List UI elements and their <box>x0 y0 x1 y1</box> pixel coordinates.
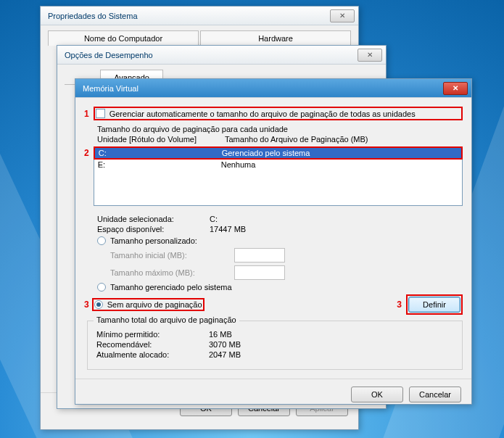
drive-value: Gerenciado pelo sistema <box>222 149 458 157</box>
no-paging-label: Sem arquivo de paginação <box>107 300 202 309</box>
highlight-auto-manage: Gerenciar automaticamente o tamanho do a… <box>94 107 463 120</box>
title-text: Propriedades do Sistema <box>48 12 138 20</box>
annotation-3-left: 3 <box>84 299 89 310</box>
no-paging-radio[interactable] <box>94 300 103 309</box>
title-text: Memória Virtual <box>83 84 139 93</box>
auto-manage-label: Gerenciar automaticamente o tamanho do a… <box>110 110 416 118</box>
annotation-1: 1 <box>84 109 89 119</box>
drive-row-c[interactable]: C: Gerenciado pelo sistema <box>95 148 461 158</box>
drive-listbox[interactable]: E: Nenhuma <box>94 160 463 206</box>
system-managed-label: Tamanho gerenciado pelo sistema <box>110 283 232 292</box>
total-paging-group: Tamanho total do arquivo de paginação Mí… <box>87 321 463 370</box>
close-icon[interactable]: ✕ <box>443 82 468 95</box>
drive-volume: E: <box>98 160 221 169</box>
free-space-label: Espaço disponível: <box>97 225 210 234</box>
recommended-value: 3070 MB <box>209 340 241 349</box>
virtual-memory-footer: OK Cancelar <box>75 379 471 410</box>
annotation-3-right: 3 <box>397 299 402 310</box>
drive-row-e[interactable]: E: Nenhuma <box>94 160 462 170</box>
cancel-button[interactable]: Cancelar <box>409 387 461 402</box>
tab-hardware[interactable]: Hardware <box>200 30 351 46</box>
highlight-set-button: Definir <box>406 294 463 315</box>
annotation-2: 2 <box>84 148 89 158</box>
highlight-no-paging: Sem arquivo de paginação <box>92 298 205 311</box>
title-text: Opções de Desempenho <box>65 51 153 59</box>
initial-size-input[interactable] <box>234 248 285 263</box>
column-header-drive: Unidade [Rótulo do Volume] <box>97 135 220 144</box>
currently-allocated-value: 2047 MB <box>209 350 241 359</box>
recommended-label: Recomendável: <box>96 340 209 349</box>
set-button[interactable]: Definir <box>408 297 460 313</box>
titlebar-virtual-memory[interactable]: Memória Virtual ✕ <box>75 79 471 98</box>
system-properties-tabs: Nome do Computador Hardware <box>48 30 351 46</box>
system-managed-radio[interactable] <box>97 283 106 292</box>
free-space-value: 17447 MB <box>210 225 246 234</box>
titlebar-system-properties[interactable]: Propriedades do Sistema ✕ <box>41 7 358 25</box>
min-allowed-value: 16 MB <box>209 330 232 339</box>
titlebar-performance-options[interactable]: Opções de Desempenho ✕ <box>57 46 386 65</box>
drive-value: Nenhuma <box>221 160 458 169</box>
close-icon[interactable]: ✕ <box>330 9 355 22</box>
drive-volume: C: <box>99 149 222 157</box>
ok-button[interactable]: OK <box>351 387 403 402</box>
column-header-size: Tamanho do Arquivo de Paginação (MB) <box>225 135 463 144</box>
max-size-label: Tamanho máximo (MB): <box>110 268 230 277</box>
custom-size-radio[interactable] <box>97 236 106 245</box>
virtual-memory-window: Memória Virtual ✕ 1 Gerenciar automatica… <box>75 78 472 405</box>
tab-computer-name[interactable]: Nome do Computador <box>48 30 199 46</box>
drive-list-caption: Tamanho do arquivo de paginação para cad… <box>97 125 463 133</box>
close-icon[interactable]: ✕ <box>358 49 382 62</box>
selected-drive-value: C: <box>210 215 218 223</box>
min-allowed-label: Mínimo permitido: <box>96 330 209 339</box>
initial-size-label: Tamanho inicial (MB): <box>110 251 230 260</box>
virtual-memory-body: 1 Gerenciar automaticamente o tamanho do… <box>75 98 471 379</box>
auto-manage-checkbox[interactable] <box>96 109 105 118</box>
highlight-drive-row: C: Gerenciado pelo sistema <box>94 146 463 160</box>
selected-drive-label: Unidade selecionada: <box>97 215 210 223</box>
custom-size-label: Tamanho personalizado: <box>110 236 197 245</box>
currently-allocated-label: Atualmente alocado: <box>96 350 209 359</box>
max-size-input[interactable] <box>234 265 285 280</box>
total-paging-title: Tamanho total do arquivo de paginação <box>94 315 239 324</box>
